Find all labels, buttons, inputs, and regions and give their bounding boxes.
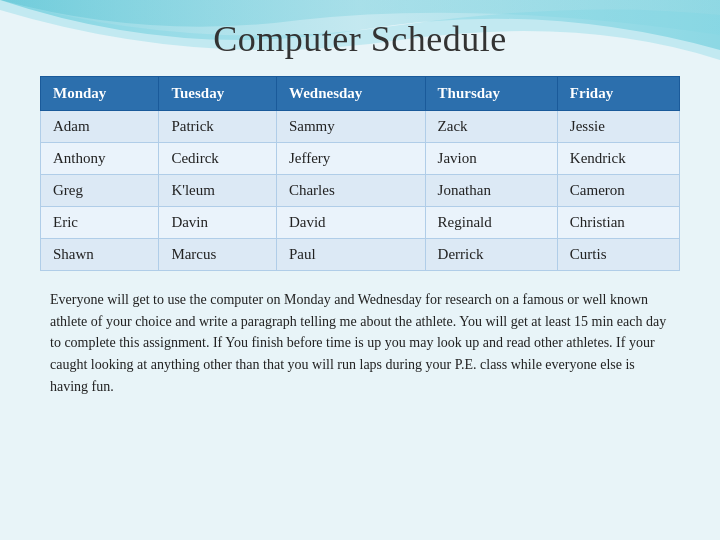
table-cell: Zack	[425, 111, 557, 143]
table-body: AdamPatrickSammyZackJessieAnthonyCedirck…	[41, 111, 680, 271]
table-cell: Derrick	[425, 239, 557, 271]
table-cell: Adam	[41, 111, 159, 143]
col-header-wednesday: Wednesday	[276, 77, 425, 111]
table-cell: Anthony	[41, 143, 159, 175]
table-row: AdamPatrickSammyZackJessie	[41, 111, 680, 143]
table-cell: Jeffery	[276, 143, 425, 175]
schedule-table: Monday Tuesday Wednesday Thursday Friday…	[40, 76, 680, 271]
table-row: GregK'leumCharlesJonathanCameron	[41, 175, 680, 207]
col-header-friday: Friday	[557, 77, 679, 111]
table-cell: Jonathan	[425, 175, 557, 207]
table-cell: Paul	[276, 239, 425, 271]
description-text: Everyone will get to use the computer on…	[40, 289, 680, 397]
table-row: EricDavinDavidReginaldChristian	[41, 207, 680, 239]
table-cell: Sammy	[276, 111, 425, 143]
table-row: AnthonyCedirckJefferyJavionKendrick	[41, 143, 680, 175]
table-cell: Marcus	[159, 239, 277, 271]
table-cell: Eric	[41, 207, 159, 239]
table-cell: Reginald	[425, 207, 557, 239]
table-cell: Cameron	[557, 175, 679, 207]
table-cell: Shawn	[41, 239, 159, 271]
table-cell: Christian	[557, 207, 679, 239]
table-cell: Kendrick	[557, 143, 679, 175]
main-content: Computer Schedule Monday Tuesday Wednesd…	[0, 0, 720, 417]
table-cell: Cedirck	[159, 143, 277, 175]
table-cell: Davin	[159, 207, 277, 239]
table-cell: Greg	[41, 175, 159, 207]
col-header-tuesday: Tuesday	[159, 77, 277, 111]
table-header-row: Monday Tuesday Wednesday Thursday Friday	[41, 77, 680, 111]
table-cell: Jessie	[557, 111, 679, 143]
table-cell: Curtis	[557, 239, 679, 271]
page-title: Computer Schedule	[40, 18, 680, 60]
table-cell: Javion	[425, 143, 557, 175]
table-cell: David	[276, 207, 425, 239]
table-cell: Patrick	[159, 111, 277, 143]
col-header-thursday: Thursday	[425, 77, 557, 111]
col-header-monday: Monday	[41, 77, 159, 111]
table-row: ShawnMarcusPaulDerrickCurtis	[41, 239, 680, 271]
table-cell: K'leum	[159, 175, 277, 207]
table-cell: Charles	[276, 175, 425, 207]
